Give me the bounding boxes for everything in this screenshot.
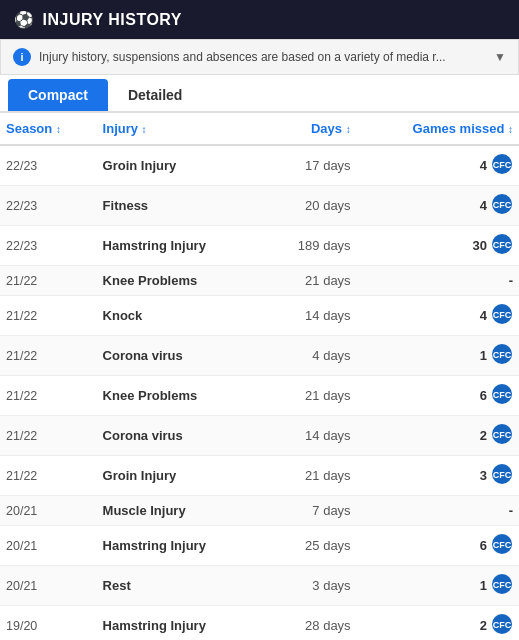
cell-games-missed: 4 CFC [357,296,519,336]
cell-injury: Groin Injury [97,456,264,496]
cell-days: 28 days [263,606,357,641]
cell-injury: Hamstring Injury [97,606,264,641]
games-value: 1 [480,578,487,593]
cell-days: 3 days [263,566,357,606]
cell-season: 21/22 [0,266,97,296]
team-badge-icon: CFC [491,383,513,408]
info-icon: i [13,48,31,66]
table-row: 19/20Hamstring Injury28 days2 CFC [0,606,519,641]
table-row: 20/21Rest3 days1 CFC [0,566,519,606]
tabs-container: Compact Detailed [0,79,519,113]
svg-text:CFC: CFC [493,430,512,440]
table-header-row: Season ↕ Injury ↕ Days ↕ Games missed ↕ [0,113,519,145]
info-bar: i Injury history, suspensions and absenc… [0,39,519,75]
cell-season: 22/23 [0,145,97,186]
cell-games-missed: 4 CFC [357,186,519,226]
games-value: 4 [480,198,487,213]
cell-season: 21/22 [0,296,97,336]
info-bar-content: i Injury history, suspensions and absenc… [13,48,446,66]
games-value: 30 [473,238,487,253]
games-value: - [509,503,513,518]
injury-history-widget: ⚽ INJURY HISTORY i Injury history, suspe… [0,0,519,640]
team-badge-icon: CFC [491,303,513,328]
cell-games-missed: 2 CFC [357,606,519,641]
cell-season: 20/21 [0,566,97,606]
cell-games-missed: 1 CFC [357,336,519,376]
games-value: - [509,273,513,288]
cell-games-missed: 6 CFC [357,376,519,416]
team-badge-icon: CFC [491,233,513,258]
col-season[interactable]: Season ↕ [0,113,97,145]
games-value: 4 [480,308,487,323]
cell-injury: Rest [97,566,264,606]
cell-season: 21/22 [0,336,97,376]
table-row: 22/23Fitness20 days4 CFC [0,186,519,226]
header-title: INJURY HISTORY [43,11,182,29]
table-row: 21/22Knock14 days4 CFC [0,296,519,336]
table-row: 22/23Groin Injury17 days4 CFC [0,145,519,186]
col-injury[interactable]: Injury ↕ [97,113,264,145]
cell-injury: Knock [97,296,264,336]
cell-games-missed: - [357,496,519,526]
cell-season: 19/20 [0,606,97,641]
table-row: 21/22Knee Problems21 days- [0,266,519,296]
cell-injury: Muscle Injury [97,496,264,526]
cell-season: 20/21 [0,526,97,566]
cell-season: 22/23 [0,226,97,266]
cell-games-missed: - [357,266,519,296]
table-row: 21/22Corona virus4 days1 CFC [0,336,519,376]
sort-injury-icon: ↕ [142,124,147,135]
team-badge-icon: CFC [491,613,513,638]
team-badge-icon: CFC [491,463,513,488]
tab-compact[interactable]: Compact [8,79,108,111]
table-row: 21/22Groin Injury21 days3 CFC [0,456,519,496]
games-value: 3 [480,468,487,483]
games-value: 6 [480,538,487,553]
cell-injury: Fitness [97,186,264,226]
team-badge-icon: CFC [491,193,513,218]
cell-injury: Groin Injury [97,145,264,186]
team-badge-icon: CFC [491,533,513,558]
svg-text:CFC: CFC [493,540,512,550]
cell-season: 21/22 [0,376,97,416]
table-row: 20/21Hamstring Injury25 days6 CFC [0,526,519,566]
cell-games-missed: 4 CFC [357,145,519,186]
cell-games-missed: 30 CFC [357,226,519,266]
cell-injury: Corona virus [97,416,264,456]
cell-days: 20 days [263,186,357,226]
cell-season: 21/22 [0,456,97,496]
table-row: 21/22Corona virus14 days2 CFC [0,416,519,456]
svg-text:CFC: CFC [493,580,512,590]
info-dropdown-arrow[interactable]: ▼ [494,50,506,64]
cell-days: 14 days [263,416,357,456]
team-badge-icon: CFC [491,343,513,368]
team-badge-icon: CFC [491,153,513,178]
team-badge-icon: CFC [491,573,513,598]
games-value: 2 [480,618,487,633]
table-row: 22/23Hamstring Injury189 days30 CFC [0,226,519,266]
cell-days: 25 days [263,526,357,566]
col-games-missed[interactable]: Games missed ↕ [357,113,519,145]
cell-days: 14 days [263,296,357,336]
sort-season-icon: ↕ [56,124,61,135]
cell-games-missed: 6 CFC [357,526,519,566]
cell-injury: Knee Problems [97,266,264,296]
cell-games-missed: 3 CFC [357,456,519,496]
widget-header: ⚽ INJURY HISTORY [0,0,519,39]
cell-season: 21/22 [0,416,97,456]
cell-days: 189 days [263,226,357,266]
col-days[interactable]: Days ↕ [263,113,357,145]
cell-days: 21 days [263,456,357,496]
header-icon: ⚽ [14,10,35,29]
cell-days: 21 days [263,266,357,296]
svg-text:CFC: CFC [493,310,512,320]
games-value: 2 [480,428,487,443]
injury-table-container: Season ↕ Injury ↕ Days ↕ Games missed ↕ [0,113,519,640]
team-badge-icon: CFC [491,423,513,448]
cell-injury: Hamstring Injury [97,226,264,266]
svg-text:CFC: CFC [493,350,512,360]
svg-text:CFC: CFC [493,620,512,630]
tab-detailed[interactable]: Detailed [108,79,202,111]
table-row: 20/21Muscle Injury7 days- [0,496,519,526]
games-value: 4 [480,158,487,173]
